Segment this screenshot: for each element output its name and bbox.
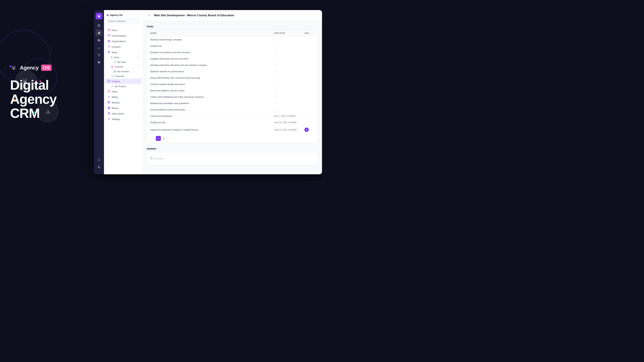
nav-item-website[interactable]: Website › [105,100,142,105]
task-due-date: Sep 21, 2023 12:00PM [274,129,304,131]
tasks-section-title: Tasks [146,25,318,28]
proposals-icon [111,75,113,77]
pagination-next[interactable]: › [167,136,172,141]
sales-icon [107,51,110,54]
nav-label-organizations: Organizations [112,40,139,42]
my-projects-icon [111,85,113,88]
app-window: ◆ Agency OS Inbox Conversations [94,10,322,174]
nav-item-deals[interactable]: $ Deals ▾ [105,55,142,60]
sales-arrow: ▾ [138,51,139,53]
nav-item-organizations[interactable]: Organizations [105,38,142,44]
nav-item-sales[interactable]: Sales ▾ [105,50,142,55]
sidebar-icon-analytics[interactable] [96,44,102,51]
nav-label-help-center: Help Center [112,112,137,115]
task-due-date: -- [274,108,304,111]
task-name: Optimize website for performance [150,70,274,73]
task-row[interactable]: Optimize website for performance-- [147,68,318,75]
nav-item-my-activities[interactable]: My Activities [105,69,142,74]
icon-sidebar [94,10,104,174]
tasks-table-body: Develop visual design concepts--Kickoff … [147,36,318,134]
nav-item-inbox[interactable]: Inbox [105,27,142,33]
back-button[interactable] [146,13,152,18]
nav-item-tasks[interactable]: Tasks › [105,89,142,94]
task-row[interactable]: Kickoff Call-- [147,43,318,49]
task-due-date: -- [274,57,304,60]
info-icon [150,157,153,160]
svg-point-30 [108,52,109,53]
organizations-icon [107,40,110,43]
svg-rect-19 [99,26,100,27]
task-name: Testing and QA [150,121,274,124]
nav-label-website: Website [112,101,137,104]
deals-arrow: ▾ [138,56,139,58]
nav-item-my-deals[interactable]: My Deals [105,60,142,64]
analytics-icon [98,46,100,49]
task-name: Kickoff Call [150,45,274,47]
header-name: Name [150,32,274,34]
nav-item-contacts[interactable]: Contacts [105,44,142,49]
nav-item-settings[interactable]: Settings › [105,116,142,122]
svg-rect-26 [108,34,110,36]
sidebar-icon-settings[interactable] [96,59,102,66]
svg-rect-34 [114,70,115,71]
svg-point-47 [108,119,109,119]
nav-item-proposals[interactable]: Proposals [105,74,142,78]
task-due-date: Nov 1, 2023 12:00PM [274,115,304,117]
svg-point-8 [14,68,14,69]
nav-header: ◆ Agency OS [104,10,142,26]
nav-item-blocks[interactable]: Blocks › [105,105,142,111]
sidebar-icon-notifications[interactable] [96,156,102,163]
task-name: Develop visual design concepts [150,38,274,41]
task-row[interactable]: Conduct website quality assurance-- [147,81,318,87]
svg-rect-27 [108,40,110,42]
task-row[interactable]: Website documentation and guidelines-- [147,100,318,107]
sidebar-icon-user-profile[interactable] [96,164,102,170]
svg-point-23 [99,55,99,56]
svg-point-15 [98,15,100,17]
task-row[interactable]: Develop visual design concepts-- [147,36,318,43]
back-arrow-icon [148,14,150,16]
task-row[interactable]: Integrate third-party services and APIs-… [147,56,318,62]
nav-label-deals: Deals [114,56,137,59]
pagination-page-1[interactable]: 1 [156,136,161,141]
sidebar-icon-collections[interactable] [96,22,102,29]
workspace-icon: ◆ [107,13,109,16]
task-name: Website documentation and guidelines [150,102,274,105]
task-due-date: -- [274,89,304,92]
nav-item-help-center[interactable]: Help Center › [105,111,142,116]
tasks-arrow: › [138,90,139,92]
task-row[interactable]: Determine platform and tech stack-- [147,87,318,94]
nav-item-my-projects[interactable]: My Projects [105,84,142,89]
content-body: Tasks Name Due Date Ass... Develop visua… [142,21,322,174]
nav-label-my-deals: My Deals [117,61,139,63]
task-row[interactable]: Implement responsive design for mobile d… [147,126,318,134]
svg-point-20 [98,32,100,33]
sidebar-icon-help[interactable] [96,52,102,58]
task-row[interactable]: Submit website content and assets-- [147,107,318,113]
triangle-circle-icon [37,100,59,122]
nav-item-activities[interactable]: Activities ▾ [105,64,142,69]
collection-search[interactable] [107,18,140,24]
header-due-date: Due Date [274,32,304,34]
conversations-icon [107,34,110,37]
pagination-prev[interactable]: ‹ [150,136,155,141]
nav-item-conversations[interactable]: Conversations [105,33,142,38]
tasks-card: Name Due Date Ass... Develop visual desi… [146,30,318,143]
nav-item-projects[interactable]: Projects ▾ [105,79,142,84]
nav-item-billing[interactable]: Billing › [105,94,142,100]
app-logo-button[interactable] [96,13,102,19]
task-row[interactable]: Develop core features and site structure… [147,49,318,56]
task-row[interactable]: Launch and HandoverNov 1, 2023 12:00PM [147,113,318,119]
task-due-date: -- [274,102,304,105]
sidebar-icon-people[interactable] [96,29,102,36]
task-row[interactable]: Collect client feedback and make necessa… [147,94,318,100]
task-name: Setup SEO-friendly URL structures and me… [150,77,274,79]
task-name: Implement responsive design for mobile d… [150,129,274,131]
task-row[interactable]: Setup SEO-friendly URL structures and me… [147,75,318,81]
tasks-table-header: Name Due Date Ass... [147,30,318,36]
sidebar-icon-projects[interactable] [96,37,102,43]
nav-label-settings: Settings [112,118,137,120]
pagination-page-2[interactable]: 2 [162,136,166,141]
task-row[interactable]: Testing and QASep 29, 2023 12:00PM [147,119,318,126]
task-row[interactable]: Develop interactive elements and user in… [147,62,318,68]
